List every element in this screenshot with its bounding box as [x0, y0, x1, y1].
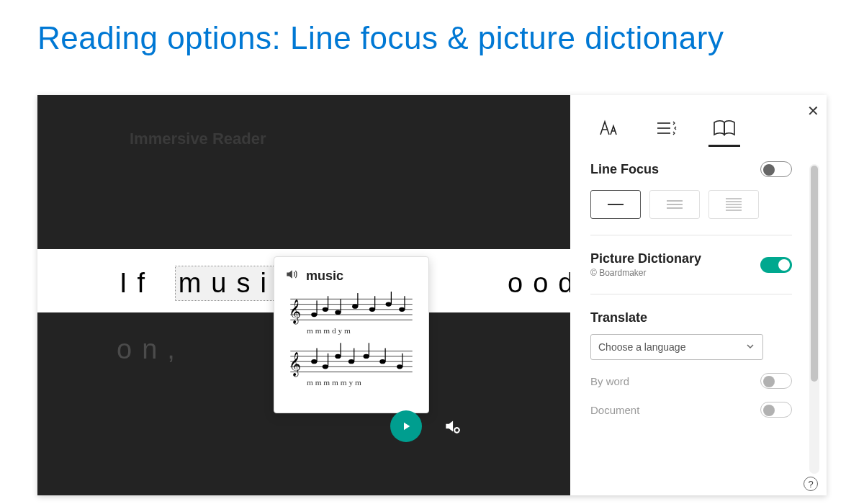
- svg-rect-15: [374, 296, 375, 310]
- svg-point-27: [311, 359, 317, 364]
- reader-next-line: on,: [117, 334, 185, 365]
- svg-rect-32: [341, 343, 341, 356]
- svg-text:𝄞: 𝄞: [289, 299, 301, 325]
- reader-word[interactable]: If: [117, 266, 158, 300]
- svg-point-8: [323, 307, 328, 312]
- by-word-toggle[interactable]: [760, 373, 792, 389]
- popup-word: music: [306, 269, 343, 284]
- panel-body: Line Focus Picture Dictionary © Boardmak…: [580, 161, 802, 495]
- scrollbar-thumb[interactable]: [811, 166, 818, 382]
- line-focus-one-line[interactable]: [590, 190, 641, 219]
- by-word-label: By word: [590, 375, 629, 387]
- chevron-down-icon: [745, 341, 755, 354]
- tab-text-preferences[interactable]: [596, 115, 622, 141]
- svg-rect-9: [328, 296, 328, 310]
- svg-point-12: [352, 305, 358, 309]
- line-focus-label: Line Focus: [590, 162, 659, 177]
- panel-tabs: [570, 95, 827, 151]
- svg-text:m m m d    y m: m m m d y m: [307, 326, 351, 335]
- svg-point-14: [369, 307, 375, 312]
- svg-point-39: [397, 364, 402, 369]
- svg-rect-38: [385, 348, 386, 362]
- page-title: Reading options: Line focus & picture di…: [0, 0, 864, 71]
- svg-point-37: [379, 359, 385, 364]
- voice-settings-button[interactable]: [441, 415, 464, 438]
- svg-rect-13: [357, 293, 358, 307]
- music-illustration: 𝄞 m m m d y m 𝄞 m m m m m y m: [284, 292, 418, 403]
- svg-point-29: [323, 364, 328, 369]
- reader-word-fragment: ood of lo: [505, 266, 570, 300]
- svg-rect-36: [369, 343, 369, 356]
- line-focus-five-lines[interactable]: [708, 190, 759, 219]
- svg-rect-40: [402, 354, 402, 367]
- svg-text:m m m  m   m y m: m m m m m y m: [307, 378, 361, 387]
- svg-point-10: [335, 310, 341, 315]
- dimmed-region-top: [37, 95, 570, 249]
- svg-text:𝄞: 𝄞: [289, 351, 301, 377]
- close-icon[interactable]: ✕: [807, 102, 819, 120]
- svg-point-6: [311, 312, 317, 317]
- picture-dictionary-toggle[interactable]: [760, 257, 792, 273]
- svg-point-35: [364, 354, 369, 359]
- picture-dictionary-popup: music 𝄞 m m m d y m 𝄞 m m m m m y m: [274, 256, 429, 413]
- picture-dictionary-credit: © Boardmaker: [590, 268, 701, 278]
- dropdown-placeholder: Choose a language: [598, 341, 685, 353]
- svg-rect-7: [316, 300, 317, 315]
- svg-point-31: [335, 354, 341, 359]
- svg-rect-30: [328, 354, 328, 367]
- document-label: Document: [590, 404, 639, 416]
- reading-options-panel: ✕: [570, 95, 827, 495]
- svg-point-33: [348, 359, 354, 364]
- reader-viewport: Immersive Reader If music xxxxxxx ood of…: [37, 95, 570, 495]
- svg-rect-19: [404, 296, 405, 310]
- picture-dictionary-label: Picture Dictionary: [590, 251, 701, 266]
- speaker-icon[interactable]: [284, 267, 299, 284]
- immersive-reader-window: Immersive Reader If music xxxxxxx ood of…: [37, 95, 827, 495]
- tab-reading-preferences[interactable]: [711, 115, 737, 141]
- line-focus-toggle[interactable]: [760, 161, 792, 177]
- svg-point-18: [399, 307, 405, 312]
- translate-label: Translate: [590, 310, 792, 325]
- translate-language-dropdown[interactable]: Choose a language: [590, 334, 763, 360]
- help-icon[interactable]: ?: [804, 477, 818, 491]
- svg-rect-11: [341, 299, 341, 312]
- svg-rect-34: [354, 348, 354, 362]
- line-focus-three-lines[interactable]: [649, 190, 700, 219]
- tab-grammar-options[interactable]: [654, 115, 680, 141]
- play-button[interactable]: [390, 410, 422, 442]
- immersive-reader-label: Immersive Reader: [130, 130, 266, 148]
- svg-point-16: [386, 302, 392, 306]
- document-toggle[interactable]: [760, 402, 792, 418]
- panel-scrollbar[interactable]: [809, 164, 819, 474]
- line-focus-options: [590, 190, 792, 219]
- svg-rect-28: [316, 348, 317, 362]
- svg-rect-17: [391, 292, 392, 305]
